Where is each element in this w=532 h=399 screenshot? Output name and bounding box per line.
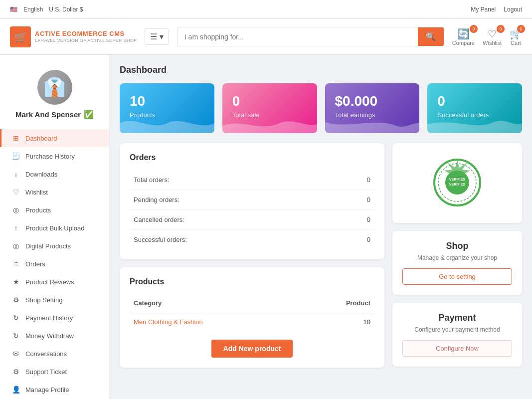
- my-panel-link[interactable]: My Panel: [471, 6, 496, 13]
- wishlist-icon: ♡: [11, 188, 20, 196]
- table-row: Men Clothing & Fashion 10: [130, 312, 374, 332]
- products-icon: ◎: [11, 206, 20, 214]
- compare-button[interactable]: 🔄 0 Compare: [452, 28, 475, 46]
- sidebar-item-payment-history[interactable]: ↻ Payment History: [0, 309, 109, 327]
- product-category[interactable]: Men Clothing & Fashion: [130, 312, 302, 332]
- stat-value-successful-orders: 0: [437, 93, 512, 109]
- sidebar: 👔 Mark And Spenser ✅ ⊞ Dashboard 🧾 Purch…: [0, 55, 110, 399]
- stat-value-total-earnings: $0.000: [335, 93, 410, 109]
- sidebar-item-wishlist[interactable]: ♡ Wishlist: [0, 183, 109, 201]
- search-input[interactable]: [177, 29, 418, 45]
- sidebar-item-shop-setting[interactable]: ⚙ Shop Setting: [0, 291, 109, 309]
- table-row: Cancelled orders: 0: [130, 210, 374, 230]
- cart-badge: 0: [517, 25, 525, 33]
- wishlist-label: Wishlist: [483, 40, 502, 46]
- flag-icon: 🇺🇸: [10, 6, 17, 13]
- compare-badge: 0: [470, 25, 478, 33]
- content-right: VERIFIED VERIFIED Shop Manage & organize…: [392, 143, 522, 368]
- conversations-icon: ✉: [11, 350, 20, 358]
- orders-card: Orders Total orders: 0 Pending orders: 0: [120, 143, 384, 259]
- shop-setting-icon: ⚙: [11, 296, 20, 304]
- verified-badge-container: VERIFIED VERIFIED: [432, 158, 482, 209]
- sidebar-item-label: Shop Setting: [25, 296, 62, 304]
- sidebar-item-label: Product Reviews: [25, 278, 74, 286]
- language-selector[interactable]: English: [23, 6, 43, 13]
- sidebar-item-manage-profile[interactable]: 👤 Manage Profile: [0, 381, 109, 399]
- order-label-total: Total orders:: [130, 170, 336, 190]
- stat-card-total-earnings: $0.000 Total earnings: [325, 83, 420, 133]
- avatar: 👔: [37, 70, 72, 105]
- sidebar-item-label: Payment History: [25, 314, 73, 322]
- verified-card: VERIFIED VERIFIED: [392, 143, 522, 223]
- sidebar-item-label: Dashboard: [25, 135, 57, 142]
- sidebar-item-purchase-history[interactable]: 🧾 Purchase History: [0, 147, 109, 165]
- sidebar-item-support-ticket[interactable]: ⚙ Support Ticket: [0, 363, 109, 381]
- configure-now-button[interactable]: Configure Now: [402, 340, 512, 357]
- products-table: Category Product Men Clothing & Fashion …: [130, 294, 374, 332]
- header-actions: 🔄 0 Compare ♡ 0 Wishlist 🛒 0 Cart: [452, 28, 522, 46]
- orders-card-title: Orders: [130, 153, 374, 162]
- order-label-pending: Pending orders:: [130, 190, 336, 210]
- sidebar-item-conversations[interactable]: ✉ Conversations: [0, 345, 109, 363]
- sidebar-item-products[interactable]: ◎ Products: [0, 201, 109, 219]
- logout-link[interactable]: Logout: [504, 6, 522, 13]
- shop-title: Shop: [402, 241, 512, 251]
- add-product-button[interactable]: Add New product: [211, 340, 293, 358]
- bulk-upload-icon: ↑: [11, 224, 20, 232]
- manage-profile-icon: 👤: [11, 386, 20, 394]
- wishlist-icon: ♡: [488, 28, 497, 40]
- sidebar-item-orders[interactable]: ≡ Orders: [0, 255, 109, 273]
- payment-card: Payment Configure your payment method Co…: [392, 303, 522, 367]
- payment-history-icon: ↻: [11, 314, 20, 322]
- order-label-cancelled: Cancelled orders:: [130, 210, 336, 230]
- currency-selector[interactable]: U.S. Dollar $: [49, 6, 83, 13]
- col-category: Category: [130, 294, 302, 312]
- sidebar-item-label: Support Ticket: [25, 368, 67, 376]
- topbar-left: 🇺🇸 English U.S. Dollar $: [10, 6, 83, 13]
- payment-subtitle: Configure your payment method: [402, 326, 512, 333]
- sidebar-item-downloads[interactable]: ↓ Downloads: [0, 165, 109, 183]
- layout: 👔 Mark And Spenser ✅ ⊞ Dashboard 🧾 Purch…: [0, 55, 532, 399]
- sidebar-item-label: Products: [25, 206, 51, 214]
- sidebar-menu: ⊞ Dashboard 🧾 Purchase History ↓ Downloa…: [0, 129, 109, 399]
- sidebar-item-label: Purchase History: [25, 153, 75, 160]
- page-title: Dashboard: [120, 65, 522, 75]
- table-header-row: Category Product: [130, 294, 374, 312]
- sidebar-item-dashboard[interactable]: ⊞ Dashboard: [0, 129, 109, 147]
- hamburger-button[interactable]: ☰ ▾: [145, 28, 169, 45]
- brand-sub: LARAVEL VERSION OF ACTIVE SUPER SHOP: [35, 38, 137, 43]
- topbar-right: My Panel Logout: [471, 6, 522, 13]
- compare-icon: 🔄: [457, 28, 470, 40]
- col-product: Product: [302, 294, 374, 312]
- product-count: 10: [302, 312, 374, 332]
- money-withdraw-icon: ↻: [11, 332, 20, 340]
- order-value-total: 0: [336, 170, 374, 190]
- stat-card-total-sale: 0 Total sale: [222, 83, 317, 133]
- wishlist-badge: 0: [497, 25, 505, 33]
- orders-table: Total orders: 0 Pending orders: 0 Cancel…: [130, 170, 374, 249]
- search-bar: 🔍: [177, 27, 444, 46]
- sidebar-item-label: Product Bulk Upload: [25, 224, 85, 232]
- order-label-successful: Successful orders:: [130, 230, 336, 250]
- svg-text:VERIFIED: VERIFIED: [449, 183, 465, 186]
- user-name: Mark And Spenser ✅: [10, 110, 99, 119]
- sidebar-item-product-reviews[interactable]: ★ Product Reviews: [0, 273, 109, 291]
- search-button[interactable]: 🔍: [418, 27, 444, 46]
- sidebar-item-product-bulk-upload[interactable]: ↑ Product Bulk Upload: [0, 219, 109, 237]
- order-value-cancelled: 0: [336, 210, 374, 230]
- verified-badge-svg: VERIFIED VERIFIED: [432, 158, 482, 207]
- verified-icon: ✅: [84, 110, 94, 119]
- go-to-setting-button[interactable]: Go to setting: [402, 268, 512, 285]
- cart-button[interactable]: 🛒 0 Cart: [510, 28, 522, 46]
- brand-name: ACTIVE ECOMMERCE CMS: [35, 30, 137, 38]
- wishlist-button[interactable]: ♡ 0 Wishlist: [483, 28, 502, 46]
- orders-icon: ≡: [11, 260, 20, 268]
- sidebar-item-label: Money Withdraw: [25, 332, 74, 340]
- products-card-title: Products: [130, 277, 374, 286]
- shop-card: Shop Manage & organize your shop Go to s…: [392, 231, 522, 295]
- cart-label: Cart: [511, 40, 521, 46]
- content-left: Orders Total orders: 0 Pending orders: 0: [120, 143, 384, 368]
- sidebar-item-digital-products[interactable]: ◎ Digital Products: [0, 237, 109, 255]
- sidebar-item-money-withdraw[interactable]: ↻ Money Withdraw: [0, 327, 109, 345]
- topbar: 🇺🇸 English U.S. Dollar $ My Panel Logout: [0, 0, 532, 19]
